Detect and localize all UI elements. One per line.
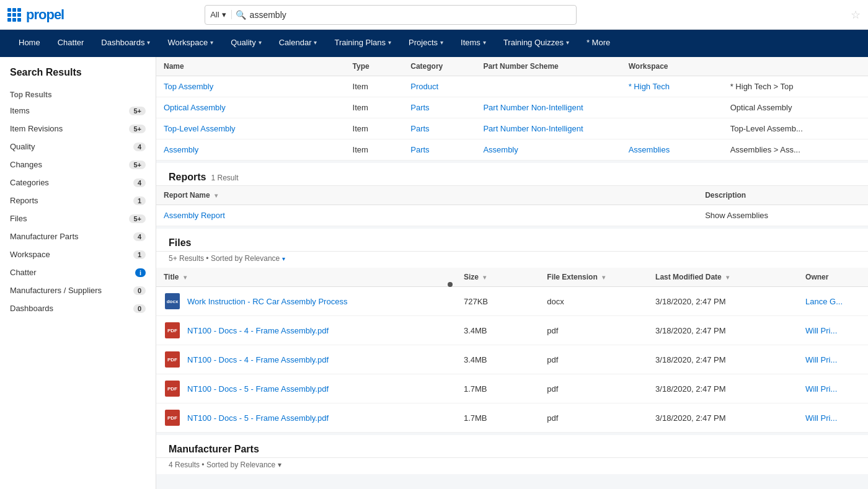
nav-chatter[interactable]: Chatter bbox=[49, 30, 93, 57]
chevron-down-icon: ▾ bbox=[259, 39, 262, 46]
file-owner-link[interactable]: Will Pri... bbox=[805, 355, 837, 364]
file-link[interactable]: NT100 - Docs - 4 - Frame Assembly.pdf bbox=[187, 326, 329, 335]
file-owner-link[interactable]: Will Pri... bbox=[805, 326, 837, 335]
item-link[interactable]: Top Assembly bbox=[164, 82, 213, 91]
sort-icon: ▾ bbox=[726, 274, 729, 281]
table-row: Assembly Report Show Assemblies bbox=[156, 205, 868, 226]
table-row: Top-Level Assembly Item Parts Part Numbe… bbox=[156, 118, 868, 139]
nav-home[interactable]: Home bbox=[10, 30, 49, 57]
pdf-icon: PDF bbox=[165, 410, 180, 426]
col-title[interactable]: Title ▾ bbox=[156, 268, 456, 287]
item-type: Item bbox=[345, 118, 404, 139]
file-link[interactable]: Work Instruction - RC Car Assembly Proce… bbox=[187, 297, 347, 306]
col-header-extra bbox=[723, 57, 868, 76]
item-category-link[interactable]: Parts bbox=[410, 124, 429, 133]
sidebar-item-workspace[interactable]: Workspace 1 bbox=[0, 245, 156, 263]
col-report-name[interactable]: Report Name ▾ bbox=[156, 186, 698, 205]
sort-icon: ▾ bbox=[483, 274, 486, 281]
reports-table: Report Name ▾ Description Assembly Repor… bbox=[156, 186, 868, 226]
sidebar-item-manufacturers[interactable]: Manufacturers / Suppliers 0 bbox=[0, 281, 156, 299]
sidebar-item-categories[interactable]: Categories 4 bbox=[0, 174, 156, 192]
sidebar-title: Search Results bbox=[0, 67, 156, 83]
favorite-icon[interactable]: ☆ bbox=[851, 8, 861, 22]
item-category-link[interactable]: Parts bbox=[410, 103, 429, 112]
item-link[interactable]: Top-Level Assembly bbox=[164, 124, 236, 133]
sidebar-item-changes[interactable]: Changes 5+ bbox=[0, 156, 156, 174]
nav-projects[interactable]: Projects ▾ bbox=[400, 30, 452, 57]
logo-area: propel bbox=[7, 7, 64, 23]
sidebar-item-files[interactable]: Files 5+ bbox=[0, 209, 156, 227]
item-pn-link[interactable]: Part Number Non-Intelligent bbox=[483, 103, 583, 112]
chevron-down-icon: ▾ bbox=[483, 39, 486, 46]
file-owner-link[interactable]: Lance G... bbox=[805, 297, 843, 306]
file-link[interactable]: NT100 - Docs - 5 - Frame Assembly.pdf bbox=[187, 384, 329, 394]
col-modified-date[interactable]: Last Modified Date ▾ bbox=[648, 268, 798, 287]
item-pn-link[interactable]: Assembly bbox=[483, 145, 518, 154]
search-icon: 🔍 bbox=[236, 10, 246, 20]
nav-training-plans[interactable]: Training Plans ▾ bbox=[326, 30, 400, 57]
col-file-ext[interactable]: File Extension ▾ bbox=[539, 268, 648, 287]
col-header-workspace: Workspace bbox=[621, 57, 723, 76]
item-category-link[interactable]: Product bbox=[410, 82, 438, 91]
nav-more[interactable]: * More bbox=[578, 30, 619, 57]
files-section: Files 5+ Results • Sorted by Relevance ▾… bbox=[156, 229, 868, 433]
sidebar-item-item-revisions[interactable]: Item Revisions 5+ bbox=[0, 120, 156, 138]
table-row: PDF NT100 - Docs - 4 - Frame Assembly.pd… bbox=[156, 345, 868, 374]
app-grid-icon[interactable] bbox=[7, 8, 21, 22]
file-icon-wrap: PDF bbox=[164, 351, 181, 368]
sidebar-item-quality[interactable]: Quality 4 bbox=[0, 138, 156, 156]
filter-icon[interactable]: ▾ bbox=[282, 255, 285, 262]
files-title: Files bbox=[169, 237, 191, 249]
nav-items[interactable]: Items ▾ bbox=[452, 30, 495, 57]
item-workspace bbox=[621, 97, 723, 118]
item-extra: * High Tech > Top bbox=[723, 76, 868, 97]
nav-calendar[interactable]: Calendar ▾ bbox=[270, 30, 326, 57]
col-header-pn-scheme: Part Number Scheme bbox=[476, 57, 621, 76]
nav-training-quizzes[interactable]: Training Quizzes ▾ bbox=[495, 30, 578, 57]
item-workspace-link[interactable]: Assemblies bbox=[629, 145, 670, 154]
filter-icon[interactable]: ▾ bbox=[278, 460, 281, 469]
col-size[interactable]: Size ▾ bbox=[456, 268, 539, 287]
item-workspace-link[interactable]: * High Tech bbox=[629, 82, 670, 91]
search-input[interactable] bbox=[250, 10, 572, 20]
file-owner-link[interactable]: Will Pri... bbox=[805, 384, 837, 394]
item-category-link[interactable]: Parts bbox=[410, 145, 429, 154]
file-owner-link[interactable]: Will Pri... bbox=[805, 413, 837, 423]
sort-icon: ▾ bbox=[184, 274, 187, 281]
sidebar-item-manufacturer-parts[interactable]: Manufacturer Parts 4 bbox=[0, 227, 156, 245]
item-pn-link[interactable]: Part Number Non-Intelligent bbox=[483, 124, 583, 133]
report-link[interactable]: Assembly Report bbox=[164, 211, 225, 220]
sidebar-item-reports[interactable]: Reports 1 bbox=[0, 192, 156, 209]
reports-title: Reports bbox=[169, 172, 206, 183]
file-date: 3/18/2020, 2:47 PM bbox=[648, 316, 798, 345]
nav-workspace[interactable]: Workspace ▾ bbox=[159, 30, 222, 57]
table-row: PDF NT100 - Docs - 5 - Frame Assembly.pd… bbox=[156, 374, 868, 403]
col-header-type: Type bbox=[345, 57, 404, 76]
file-link[interactable]: NT100 - Docs - 5 - Frame Assembly.pdf bbox=[187, 413, 329, 423]
file-link[interactable]: NT100 - Docs - 4 - Frame Assembly.pdf bbox=[187, 355, 329, 364]
sidebar-item-chatter[interactable]: Chatter i bbox=[0, 263, 156, 281]
item-pn-scheme bbox=[476, 76, 621, 97]
report-description: Show Assemblies bbox=[698, 205, 868, 226]
sort-icon: ▾ bbox=[215, 192, 218, 199]
col-header-category: Category bbox=[403, 57, 476, 76]
search-scope-dropdown[interactable]: All ▾ bbox=[210, 10, 231, 19]
nav-quality[interactable]: Quality ▾ bbox=[222, 30, 270, 57]
files-meta: 5+ Results • Sorted by Relevance ▾ bbox=[156, 252, 868, 268]
files-table: Title ▾ Size ▾ File Extension ▾ Last M bbox=[156, 268, 868, 433]
item-link[interactable]: Assembly bbox=[164, 145, 198, 154]
chevron-down-icon: ▾ bbox=[440, 39, 443, 46]
sidebar-item-items[interactable]: Items 5+ bbox=[0, 102, 156, 120]
col-owner: Owner bbox=[798, 268, 868, 287]
reports-section: Reports 1 Result Report Name ▾ Descripti… bbox=[156, 163, 868, 226]
mfr-title: Manufacturer Parts bbox=[169, 444, 259, 455]
chevron-down-icon: ▾ bbox=[566, 39, 569, 46]
file-date: 3/18/2020, 2:47 PM bbox=[648, 345, 798, 374]
file-ext: docx bbox=[539, 287, 648, 316]
files-header: Files bbox=[156, 229, 868, 252]
sidebar-item-dashboards[interactable]: Dashboards 0 bbox=[0, 299, 156, 317]
table-row: Optical Assembly Item Parts Part Number … bbox=[156, 97, 868, 118]
item-link[interactable]: Optical Assembly bbox=[164, 103, 226, 112]
nav-dashboards[interactable]: Dashboards ▾ bbox=[92, 30, 159, 57]
reports-header: Reports 1 Result bbox=[156, 163, 868, 186]
